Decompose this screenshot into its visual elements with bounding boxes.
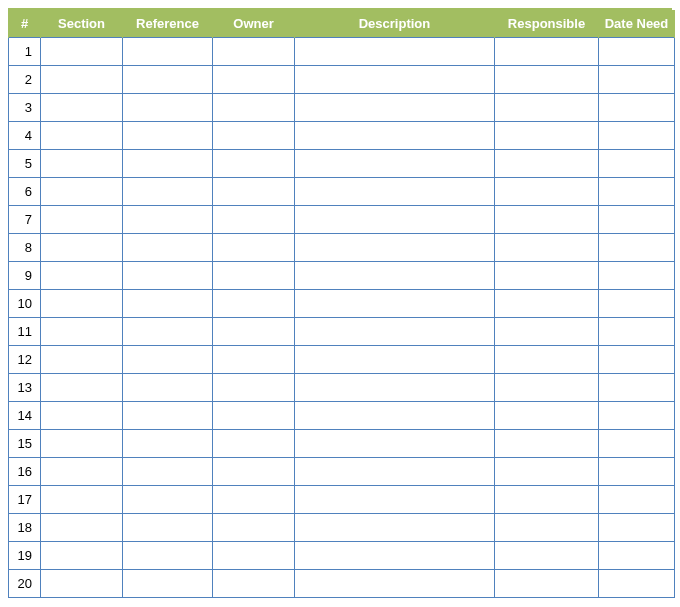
cell-reference[interactable]: [123, 38, 213, 66]
cell-owner[interactable]: [213, 94, 295, 122]
cell-section[interactable]: [41, 570, 123, 598]
cell-reference[interactable]: [123, 570, 213, 598]
cell-responsible[interactable]: [495, 234, 599, 262]
cell-description[interactable]: [295, 570, 495, 598]
cell-description[interactable]: [295, 542, 495, 570]
cell-owner[interactable]: [213, 178, 295, 206]
cell-responsible[interactable]: [495, 262, 599, 290]
cell-date-need[interactable]: [599, 346, 675, 374]
cell-section[interactable]: [41, 542, 123, 570]
cell-owner[interactable]: [213, 262, 295, 290]
cell-date-need[interactable]: [599, 66, 675, 94]
cell-date-need[interactable]: [599, 234, 675, 262]
cell-section[interactable]: [41, 514, 123, 542]
cell-section[interactable]: [41, 94, 123, 122]
cell-section[interactable]: [41, 318, 123, 346]
column-header-date-need[interactable]: Date Need: [599, 10, 675, 38]
cell-responsible[interactable]: [495, 374, 599, 402]
cell-reference[interactable]: [123, 94, 213, 122]
cell-description[interactable]: [295, 234, 495, 262]
cell-reference[interactable]: [123, 374, 213, 402]
cell-section[interactable]: [41, 206, 123, 234]
cell-section[interactable]: [41, 346, 123, 374]
cell-section[interactable]: [41, 262, 123, 290]
cell-description[interactable]: [295, 402, 495, 430]
cell-date-need[interactable]: [599, 458, 675, 486]
cell-date-need[interactable]: [599, 262, 675, 290]
cell-section[interactable]: [41, 430, 123, 458]
cell-section[interactable]: [41, 178, 123, 206]
cell-description[interactable]: [295, 374, 495, 402]
cell-description[interactable]: [295, 458, 495, 486]
cell-description[interactable]: [295, 318, 495, 346]
cell-owner[interactable]: [213, 122, 295, 150]
cell-date-need[interactable]: [599, 38, 675, 66]
cell-reference[interactable]: [123, 486, 213, 514]
cell-section[interactable]: [41, 122, 123, 150]
cell-reference[interactable]: [123, 458, 213, 486]
cell-reference[interactable]: [123, 66, 213, 94]
cell-responsible[interactable]: [495, 542, 599, 570]
column-header-num[interactable]: #: [9, 10, 41, 38]
cell-date-need[interactable]: [599, 206, 675, 234]
cell-section[interactable]: [41, 458, 123, 486]
cell-description[interactable]: [295, 290, 495, 318]
cell-reference[interactable]: [123, 318, 213, 346]
cell-description[interactable]: [295, 38, 495, 66]
cell-responsible[interactable]: [495, 514, 599, 542]
cell-description[interactable]: [295, 150, 495, 178]
cell-responsible[interactable]: [495, 94, 599, 122]
cell-responsible[interactable]: [495, 122, 599, 150]
cell-reference[interactable]: [123, 402, 213, 430]
cell-responsible[interactable]: [495, 66, 599, 94]
cell-responsible[interactable]: [495, 346, 599, 374]
cell-responsible[interactable]: [495, 458, 599, 486]
cell-date-need[interactable]: [599, 318, 675, 346]
cell-owner[interactable]: [213, 458, 295, 486]
cell-responsible[interactable]: [495, 150, 599, 178]
cell-responsible[interactable]: [495, 38, 599, 66]
cell-description[interactable]: [295, 206, 495, 234]
cell-owner[interactable]: [213, 486, 295, 514]
cell-reference[interactable]: [123, 346, 213, 374]
cell-owner[interactable]: [213, 38, 295, 66]
cell-responsible[interactable]: [495, 430, 599, 458]
column-header-reference[interactable]: Reference: [123, 10, 213, 38]
cell-owner[interactable]: [213, 570, 295, 598]
column-header-owner[interactable]: Owner: [213, 10, 295, 38]
cell-section[interactable]: [41, 374, 123, 402]
cell-owner[interactable]: [213, 346, 295, 374]
cell-responsible[interactable]: [495, 402, 599, 430]
cell-description[interactable]: [295, 430, 495, 458]
cell-section[interactable]: [41, 486, 123, 514]
cell-responsible[interactable]: [495, 206, 599, 234]
cell-section[interactable]: [41, 402, 123, 430]
cell-date-need[interactable]: [599, 178, 675, 206]
cell-section[interactable]: [41, 66, 123, 94]
cell-owner[interactable]: [213, 542, 295, 570]
cell-date-need[interactable]: [599, 94, 675, 122]
cell-date-need[interactable]: [599, 122, 675, 150]
cell-date-need[interactable]: [599, 374, 675, 402]
cell-reference[interactable]: [123, 514, 213, 542]
cell-owner[interactable]: [213, 150, 295, 178]
cell-reference[interactable]: [123, 122, 213, 150]
cell-responsible[interactable]: [495, 570, 599, 598]
cell-description[interactable]: [295, 346, 495, 374]
cell-reference[interactable]: [123, 178, 213, 206]
column-header-responsible[interactable]: Responsible: [495, 10, 599, 38]
cell-description[interactable]: [295, 262, 495, 290]
cell-reference[interactable]: [123, 150, 213, 178]
cell-section[interactable]: [41, 38, 123, 66]
cell-section[interactable]: [41, 290, 123, 318]
cell-date-need[interactable]: [599, 542, 675, 570]
cell-section[interactable]: [41, 150, 123, 178]
cell-reference[interactable]: [123, 290, 213, 318]
column-header-section[interactable]: Section: [41, 10, 123, 38]
cell-date-need[interactable]: [599, 514, 675, 542]
cell-date-need[interactable]: [599, 150, 675, 178]
cell-description[interactable]: [295, 66, 495, 94]
cell-description[interactable]: [295, 94, 495, 122]
cell-reference[interactable]: [123, 234, 213, 262]
cell-owner[interactable]: [213, 206, 295, 234]
